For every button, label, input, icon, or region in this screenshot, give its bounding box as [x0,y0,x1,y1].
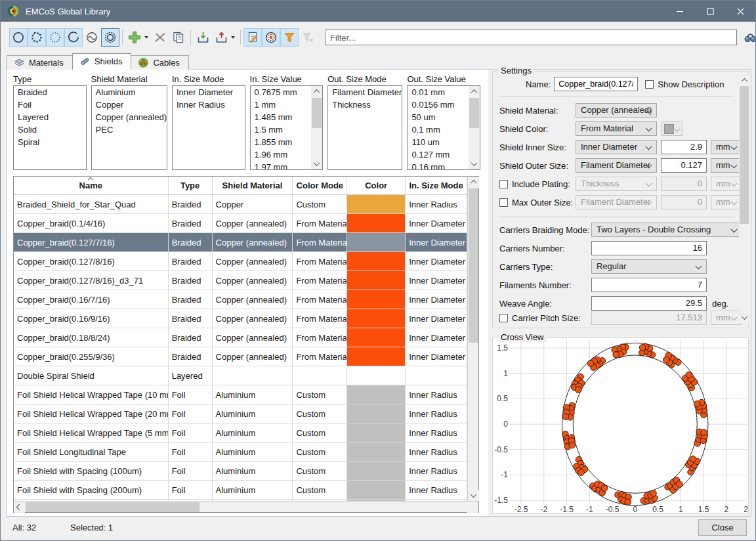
shield-solid-filter-button[interactable] [9,28,28,47]
shield-braided-filter-button[interactable] [28,28,46,47]
table-row[interactable]: Foil Shield with Spacing (200um)FoilAlum… [14,481,467,500]
scroll-thumb[interactable] [312,98,322,128]
table-row[interactable]: Copper_braid(0.255/9/36)BraidedCopper (a… [14,347,467,366]
table-row[interactable]: Copper_braid(0.1/4/16)BraidedCopper (ann… [14,214,467,233]
shield-outer-size-unit-combo[interactable]: mm [711,158,742,173]
list-item[interactable]: Copper [92,98,167,111]
shield-double-filter-button[interactable] [101,28,119,47]
filter-listbox[interactable]: AluminiumCopperCopper (annealed)PEC [91,85,167,170]
table-row[interactable]: Copper_braid(0.127/8/16)BraidedCopper (a… [14,252,467,271]
column-header-name[interactable]: Name [14,177,169,194]
list-item[interactable]: 1.485 mm [251,111,312,123]
list-item[interactable]: Aluminium [92,86,167,98]
shield-color-combo[interactable]: From Material [576,121,657,136]
list-item[interactable]: 1 mm [251,98,312,111]
list-item[interactable]: Foil [14,98,86,111]
scroll-up-button[interactable] [739,75,749,86]
list-item[interactable]: Inner Diameter [173,86,245,98]
listbox-scrollbar[interactable] [311,86,322,169]
table-vertical-scrollbar[interactable] [467,177,478,501]
cross-view-toggle[interactable] [262,28,280,47]
scroll-thumb[interactable] [740,86,749,224]
list-item[interactable]: Braided [14,86,86,98]
column-header-color[interactable]: Color [347,177,406,194]
table-row[interactable]: Copper_braid(0.127/8/16)_d3_71BraidedCop… [14,271,467,290]
list-item[interactable]: 1.5 mm [251,123,312,136]
filter-listbox[interactable]: Inner DiameterInner Radius [172,85,245,170]
table-row[interactable]: Copper_braid(0.16/9/16)BraidedCopper (an… [14,309,467,328]
shield-outer-size-input[interactable]: 0.127 [661,158,707,173]
list-item[interactable]: 1.97 mm [251,161,312,170]
scroll-down-button[interactable] [739,312,749,323]
scroll-up-button[interactable] [469,86,480,97]
close-button[interactable]: Close [698,519,747,536]
table-row[interactable]: Copper_braid(0.16/7/16)BraidedCopper (an… [14,290,467,309]
filter-toggle[interactable] [280,28,299,47]
export-button[interactable] [212,28,230,47]
table-row[interactable]: Double Spiral ShieldLayered [14,366,467,385]
shield-foil-filter-button[interactable] [46,28,64,47]
filaments-number-input[interactable]: 7 [591,278,707,292]
name-input[interactable] [554,77,638,91]
table-horizontal-scrollbar[interactable] [14,501,478,512]
column-header-type[interactable]: Type [169,177,213,194]
list-item[interactable]: 1.855 mm [251,136,312,148]
filter-listbox[interactable]: BraidedFoilLayeredSolidSpiral [13,85,87,170]
scroll-down-button[interactable] [468,490,479,501]
close-window-button[interactable] [725,1,755,22]
table-row[interactable]: Copper_braid(0.18/8/24)BraidedCopper (an… [14,328,467,347]
scroll-thumb[interactable] [26,502,200,512]
table-row[interactable]: Foil Shield Longitudinal TapeFoilAlumini… [14,443,467,462]
carriers-braiding-mode-combo[interactable]: Two Layers - Double Crossing [591,223,742,237]
scroll-thumb[interactable] [469,98,479,128]
column-header-color-mode[interactable]: Color Mode [293,177,347,194]
table-row[interactable]: Foil Shield with Spacing (100um)FoilAlum… [14,462,467,481]
scroll-right-button[interactable] [467,502,478,513]
scroll-down-button[interactable] [469,158,480,169]
list-item[interactable]: 110 um [408,136,469,148]
find-button[interactable] [741,28,756,47]
filter-listbox[interactable]: 0.01 mm0.0156 mm50 um0.1 mm110 um0.127 m… [407,85,480,170]
filter-input[interactable] [325,30,737,45]
scroll-up-button[interactable] [311,86,322,97]
list-item[interactable]: 0.01 mm [408,86,469,98]
copy-button[interactable] [169,28,188,47]
column-header-shield-material[interactable]: Shield Material [213,177,293,194]
include-plating-checkbox[interactable] [499,180,508,188]
edit-properties-toggle[interactable] [243,28,262,47]
tab-shields[interactable]: Shields [72,53,132,70]
list-item[interactable]: 0.127 mm [408,148,469,161]
table-row[interactable]: Braided_Shield_for_Star_QuadBraidedCoppe… [14,195,467,214]
filter-listbox[interactable]: Filament DiameterThickness [327,85,402,170]
listbox-scrollbar[interactable] [469,86,480,169]
table-row-selected[interactable]: Copper_braid(0.127/7/16)BraidedCopper (a… [14,233,467,252]
tab-cables[interactable]: Cables [131,55,188,70]
add-dropdown-caret[interactable] [144,36,148,39]
max-outer-size-checkbox[interactable] [499,198,508,207]
list-item[interactable]: Solid [14,123,86,136]
settings-scrollbar[interactable] [739,75,749,323]
list-item[interactable]: Filament Diameter [328,86,402,98]
list-item[interactable]: Layered [14,111,86,123]
carriers-type-combo[interactable]: Regular [591,259,707,274]
shield-outer-size-mode-combo[interactable]: Filament Diameter [576,158,657,173]
list-item[interactable]: 1.96 mm [251,148,312,161]
list-item[interactable]: 0.0156 mm [408,98,469,111]
list-item[interactable]: Thickness [328,98,402,111]
scroll-thumb[interactable] [469,188,478,343]
scroll-left-button[interactable] [14,502,25,513]
weave-angle-input[interactable]: 29.5 [591,296,707,311]
import-button[interactable] [194,28,212,47]
list-item[interactable]: Copper (annealed) [92,111,167,123]
carriers-number-input[interactable]: 16 [591,241,707,255]
show-description-checkbox[interactable] [645,80,654,89]
table-row[interactable]: Foil Shield Helical Wrapped Tape (5 mm)F… [14,423,467,443]
list-item[interactable]: 0.1 mm [408,123,469,136]
table-row[interactable]: Foil Shield Helical Wrapped Tape (10 mm)… [14,385,467,404]
table-row[interactable]: Foil Shield Helical Wrapped Tape (20 mm)… [14,404,467,423]
filter-listbox[interactable]: 0.7675 mm1 mm1.485 mm1.5 mm1.855 mm1.96 … [250,85,324,170]
export-dropdown-caret[interactable] [231,36,235,39]
minimize-button[interactable] [665,1,695,22]
add-shield-button[interactable] [125,28,144,47]
maximize-button[interactable] [695,1,725,22]
